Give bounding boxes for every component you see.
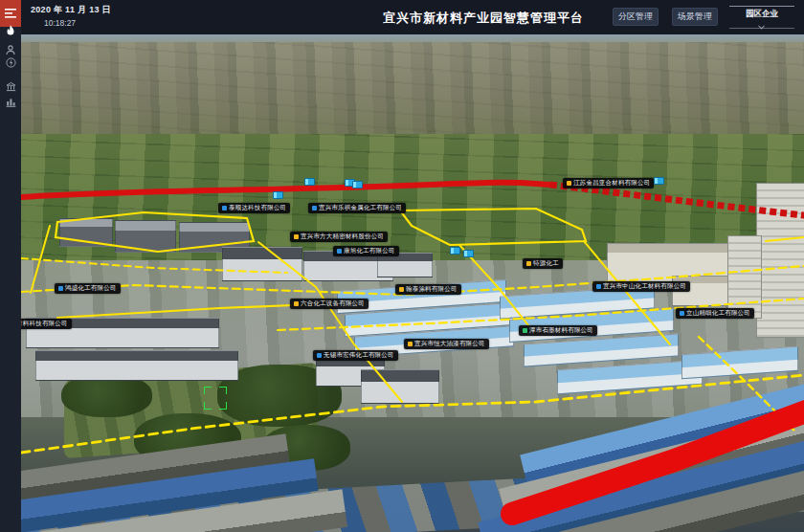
truck-icon[interactable]: [273, 191, 283, 199]
company-label-text: 宜兴市乐祺金属化工有限公司: [319, 204, 402, 212]
truck-icon[interactable]: [304, 178, 315, 186]
header-bar: 2020 年 11 月 13 日 10:18:27 宜兴市新材料产业园智慧管理平…: [21, 0, 804, 34]
company-label[interactable]: 潭市石墨材料有限公司: [519, 325, 597, 336]
company-label-text: 康旭化工有限公司: [344, 247, 395, 255]
company-label-text: 翰泰涂料有限公司: [406, 285, 458, 294]
factory-icon[interactable]: [0, 78, 21, 94]
company-marker-icon: [58, 286, 63, 291]
company-label-text: 六合化工设备有限公司: [301, 299, 365, 308]
truck-icon[interactable]: [654, 177, 664, 185]
truck-icon[interactable]: [450, 247, 460, 255]
company-label-text: 光湖新材料科技有限公司: [21, 320, 68, 328]
current-date: 2020 年 11 月 13 日: [31, 4, 111, 16]
map-3d-viewport[interactable]: 泰顺达科技有限公司宜兴市乐祺金属化工有限公司宜兴市方大精密材料股份公司康旭化工有…: [21, 34, 804, 532]
company-label[interactable]: 光湖新材料科技有限公司: [21, 319, 72, 329]
company-label[interactable]: 江苏金昌亚合材料有限公司: [563, 178, 654, 188]
truck-icon[interactable]: [463, 250, 474, 257]
company-marker-icon: [317, 353, 322, 358]
current-time: 10:18:27: [44, 18, 76, 28]
company-label[interactable]: 宜兴市恒大油漆有限公司: [404, 339, 489, 349]
company-label[interactable]: 宜兴市方大精密材料股份公司: [290, 232, 388, 242]
chevron-down-icon: [759, 23, 766, 27]
company-marker-icon: [337, 249, 342, 254]
company-marker-icon: [526, 261, 531, 266]
company-label[interactable]: 泰顺达科技有限公司: [218, 203, 290, 213]
company-label[interactable]: 宜兴市中山化工材料有限公司: [592, 281, 690, 292]
park-enterprises-label: 园区企业: [729, 9, 794, 20]
company-marker-icon: [222, 206, 227, 211]
bar-chart-icon[interactable]: [0, 94, 21, 109]
truck-icon[interactable]: [352, 181, 363, 188]
scene-management-button[interactable]: 场景管理: [672, 8, 718, 26]
company-label[interactable]: 鸿盛化工有限公司: [55, 283, 121, 294]
company-label[interactable]: 翰泰涂料有限公司: [395, 284, 461, 295]
company-label[interactable]: 立山精细化工有限公司: [676, 308, 754, 319]
company-label-text: 立山精细化工有限公司: [686, 309, 750, 318]
app-window: 2020 年 11 月 13 日 10:18:27 宜兴市新材料产业园智慧管理平…: [0, 0, 804, 532]
company-label[interactable]: 六合化工设备有限公司: [290, 299, 368, 309]
company-label-text: 鸿盛化工有限公司: [65, 284, 117, 293]
company-marker-icon: [523, 328, 527, 333]
company-marker-icon: [294, 301, 299, 306]
company-label[interactable]: 无锡市宏伟化工有限公司: [313, 350, 398, 361]
company-marker-icon: [567, 181, 571, 186]
sidebar: [0, 0, 21, 532]
power-icon[interactable]: [0, 55, 21, 70]
company-marker-icon: [408, 342, 413, 346]
company-label[interactable]: 特源化工: [523, 258, 563, 269]
company-label-text: 宜兴市中山化工材料有限公司: [603, 282, 686, 291]
company-marker-icon: [596, 284, 601, 289]
company-marker-icon: [294, 234, 299, 239]
flame-icon[interactable]: [0, 23, 21, 38]
company-marker-icon: [399, 287, 404, 292]
company-label-text: 宜兴市恒大油漆有限公司: [414, 340, 485, 348]
zone-management-button[interactable]: 分区管理: [613, 8, 659, 26]
company-label-text: 江苏金昌亚合材料有限公司: [573, 179, 650, 188]
company-label-text: 潭市石墨材料有限公司: [529, 326, 593, 335]
park-enterprises-dropdown[interactable]: 园区企业: [729, 6, 794, 29]
page-title: 宜兴市新材料产业园智慧管理平台: [383, 10, 584, 27]
company-label[interactable]: 康旭化工有限公司: [333, 246, 399, 256]
company-label-text: 无锡市宏伟化工有限公司: [324, 351, 394, 360]
company-label-text: 宜兴市方大精密材料股份公司: [301, 233, 384, 241]
company-label[interactable]: 宜兴市乐祺金属化工有限公司: [308, 203, 406, 213]
company-label-layer: 泰顺达科技有限公司宜兴市乐祺金属化工有限公司宜兴市方大精密材料股份公司康旭化工有…: [21, 34, 804, 532]
company-label-text: 泰顺达科技有限公司: [229, 204, 286, 212]
company-marker-icon: [312, 206, 317, 211]
company-marker-icon: [680, 311, 684, 316]
company-label-text: 特源化工: [533, 259, 559, 268]
